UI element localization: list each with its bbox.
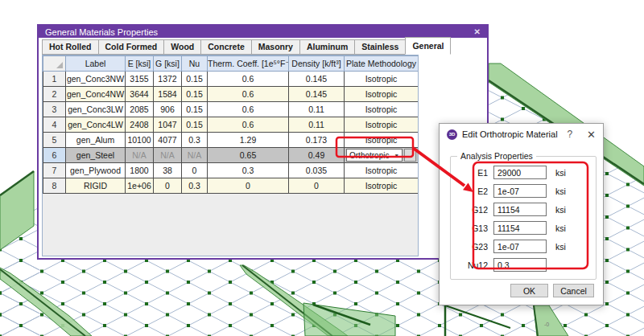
cell-g[interactable]: 4077	[154, 133, 182, 148]
cell-density[interactable]: 0.11	[289, 102, 345, 117]
tab-cold-formed[interactable]: Cold Formed	[98, 39, 165, 55]
cell-density[interactable]: 0	[289, 178, 345, 194]
cell-plate[interactable]: Isotropic	[345, 87, 419, 102]
edit-material-button[interactable]: …	[404, 149, 416, 162]
dialog-titlebar[interactable]: General Materials Properties ✕	[39, 26, 487, 38]
row-number[interactable]: 2	[43, 87, 66, 102]
close-icon[interactable]: ✕	[474, 28, 481, 36]
cell-e[interactable]: 3155	[126, 72, 154, 87]
tab-wood[interactable]: Wood	[163, 39, 201, 55]
row-number[interactable]: 1	[43, 72, 66, 87]
cell-nu[interactable]: 0.15	[182, 117, 208, 133]
general-materials-properties-dialog: General Materials Properties ✕ Hot Rolle…	[37, 24, 489, 260]
chevron-down-icon: ▼	[394, 153, 399, 158]
cell-plate[interactable]: Isotropic	[345, 133, 419, 148]
cell-label[interactable]: gen_Steel	[66, 148, 126, 163]
plate-methodology-dropdown[interactable]: Orthotropic ▼	[346, 149, 402, 162]
cell-label[interactable]: RIGID	[66, 178, 126, 194]
column-header-g[interactable]: G [ksi]	[154, 56, 182, 72]
cell-g[interactable]: 1372	[154, 72, 182, 87]
tab-concrete[interactable]: Concrete	[200, 39, 252, 55]
table-row: 2 gen_Conc4NW 3644 1584 0.15 0.6 0.145 I…	[43, 87, 419, 102]
cell-density[interactable]: 0.173	[289, 133, 345, 148]
row-number[interactable]: 6	[43, 148, 66, 163]
cell-e[interactable]: 10100	[126, 133, 154, 148]
cell-nu[interactable]: 0	[182, 163, 208, 178]
cell-e[interactable]: 1e+06	[126, 178, 154, 194]
cell-density[interactable]: 0.11	[289, 117, 345, 133]
cell-e[interactable]: 2085	[126, 102, 154, 117]
cell-nu[interactable]: 0.15	[182, 102, 208, 117]
tab-stainless[interactable]: Stainless	[354, 39, 406, 55]
cell-nu[interactable]: 0.3	[182, 178, 208, 194]
materials-table: Label E [ksi] G [ksi] Nu Therm. Coeff. […	[43, 55, 419, 194]
column-header-e[interactable]: E [ksi]	[126, 56, 154, 72]
dialog-title: Edit Orthotropic Material	[462, 129, 562, 139]
cell-therm[interactable]: 0.65	[208, 148, 289, 163]
cell-plate[interactable]: Isotropic	[345, 117, 419, 133]
cell-nu[interactable]: 0.3	[182, 133, 208, 148]
dialog-titlebar[interactable]: 3D Edit Orthotropic Material ? ✕	[440, 124, 603, 145]
cell-nu[interactable]: 0.15	[182, 87, 208, 102]
cell-nu[interactable]: N/A	[182, 148, 208, 163]
row-number[interactable]: 3	[43, 102, 66, 117]
cell-label[interactable]: gen_Alum	[66, 133, 126, 148]
cell-label[interactable]: gen_Conc4NW	[66, 87, 126, 102]
cell-plate[interactable]: Isotropic	[345, 102, 419, 117]
row-number[interactable]: 8	[43, 178, 66, 194]
column-header-plate[interactable]: Plate Methodology	[345, 56, 419, 72]
cell-g[interactable]: N/A	[154, 148, 182, 163]
cell-label[interactable]: gen_Conc3NW	[66, 72, 126, 87]
cell-density[interactable]: 0.145	[289, 87, 345, 102]
cell-g[interactable]: 906	[154, 102, 182, 117]
cell-therm[interactable]: 0.6	[208, 117, 289, 133]
cell-label[interactable]: gen_Conc3LW	[66, 102, 126, 117]
cell-density[interactable]: 0.49	[289, 148, 345, 163]
cell-therm[interactable]: 0.3	[208, 163, 289, 178]
field-label-e2: E2	[451, 186, 488, 196]
g23-input[interactable]	[493, 240, 547, 253]
column-header-label[interactable]: Label	[66, 56, 126, 72]
cell-therm[interactable]: 0	[208, 178, 289, 194]
g13-input[interactable]	[493, 221, 547, 235]
cell-e[interactable]: N/A	[126, 148, 154, 163]
cell-density[interactable]: 0.145	[289, 72, 345, 87]
cell-plate[interactable]: Isotropic	[345, 178, 419, 194]
cell-e[interactable]: 3644	[126, 87, 154, 102]
cell-therm[interactable]: 1.29	[208, 133, 289, 148]
tab-hot-rolled[interactable]: Hot Rolled	[42, 39, 99, 55]
cell-label[interactable]: gen_Conc4LW	[66, 117, 126, 133]
tab-aluminum[interactable]: Aluminum	[299, 39, 355, 55]
tab-general[interactable]: General	[405, 37, 451, 55]
cell-therm[interactable]: 0.6	[208, 72, 289, 87]
cell-plate[interactable]: Isotropic	[345, 163, 419, 178]
ok-button[interactable]: OK	[510, 284, 548, 297]
cell-g[interactable]: 0	[154, 178, 182, 194]
e1-input[interactable]	[493, 166, 547, 179]
cell-nu[interactable]: 0.15	[182, 72, 208, 87]
column-header-therm[interactable]: Therm. Coeff. [1e⁵°F⁻¹]	[208, 56, 289, 72]
cell-e[interactable]: 2408	[126, 117, 154, 133]
cancel-button[interactable]: Cancel	[553, 284, 594, 297]
cell-g[interactable]: 1584	[154, 87, 182, 102]
column-header-density[interactable]: Density [k/ft³]	[289, 56, 345, 72]
tab-masonry[interactable]: Masonry	[251, 39, 300, 55]
column-header-nu[interactable]: Nu	[182, 56, 208, 72]
nu12-input[interactable]	[493, 258, 547, 272]
cell-plate[interactable]: Isotropic	[345, 72, 419, 87]
row-number[interactable]: 5	[43, 133, 66, 148]
select-all-corner[interactable]	[43, 56, 66, 72]
cell-label[interactable]: gen_Plywood	[66, 163, 126, 178]
cell-g[interactable]: 38	[154, 163, 182, 178]
row-number[interactable]: 7	[43, 163, 66, 178]
cell-therm[interactable]: 0.6	[208, 87, 289, 102]
e2-input[interactable]	[493, 184, 547, 198]
cell-density[interactable]: 0.035	[289, 163, 345, 178]
cell-g[interactable]: 1047	[154, 117, 182, 133]
cell-therm[interactable]: 0.6	[208, 102, 289, 117]
help-button[interactable]: ?	[567, 129, 572, 140]
cell-e[interactable]: 1800	[126, 163, 154, 178]
row-number[interactable]: 4	[43, 117, 66, 133]
close-icon[interactable]: ✕	[587, 129, 596, 140]
g12-input[interactable]	[493, 203, 547, 216]
